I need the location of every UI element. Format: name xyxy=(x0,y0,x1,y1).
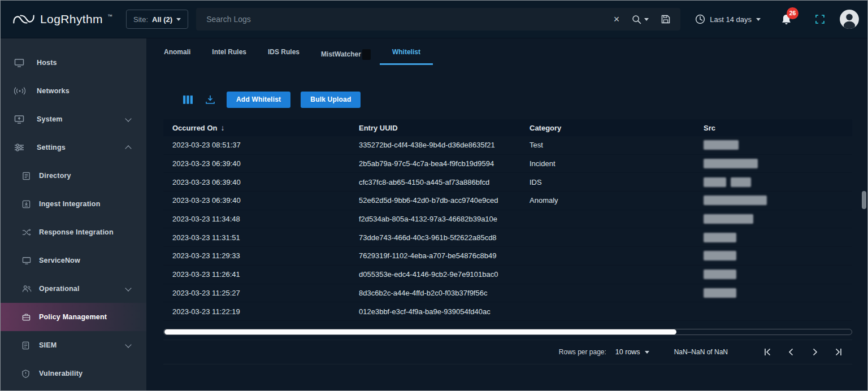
fullscreen-button[interactable] xyxy=(815,15,824,24)
cell-entry-uuid: f2d534ab-805a-4132-97a3-46682b39a10e xyxy=(359,215,530,223)
chevron-down-icon xyxy=(125,285,131,291)
add-whitelist-button[interactable]: Add Whitelist xyxy=(227,92,290,108)
download-icon[interactable] xyxy=(205,95,215,104)
cell-src xyxy=(704,140,852,150)
topbar: LogRhythm ™ Site: All (2) × xyxy=(1,1,867,38)
columns-icon[interactable] xyxy=(183,95,193,105)
pagination-range: NaN–NaN of NaN xyxy=(674,348,728,356)
tab-label: Whitelist xyxy=(392,48,420,56)
cell-src xyxy=(704,233,852,242)
cell-src xyxy=(704,251,852,260)
tab-mistwatcher[interactable]: MistWatcher xyxy=(321,48,371,69)
table-row[interactable]: 2023-03-23 08:51:37 335272bd-c4f4-438e-9… xyxy=(163,136,852,155)
shield-icon xyxy=(22,370,32,378)
chevron-down-icon xyxy=(644,18,649,21)
redacted-src-value xyxy=(704,196,767,205)
redacted-src-value xyxy=(704,177,726,187)
cell-entry-uuid: 335272bd-c4f4-438e-9b4d-d36de8635f21 xyxy=(359,141,530,149)
sidebar-item-networks[interactable]: Networks xyxy=(1,77,146,105)
tab-whitelist[interactable]: Whitelist xyxy=(392,48,420,65)
table-row[interactable]: 2023-03-23 11:31:51 73dde743-466d-40c3-9… xyxy=(163,228,852,247)
sidebar-item-directory[interactable]: Directory xyxy=(1,162,146,190)
table-row[interactable]: 2023-03-23 06:39:40 cfc37fc8-ab65-4150-a… xyxy=(163,173,852,192)
cell-occurred-on: 2023-03-23 11:31:51 xyxy=(163,233,359,242)
cell-src xyxy=(704,288,852,298)
sidebar-item-siem[interactable]: SIEM xyxy=(1,331,146,359)
tab-label: Intel Rules xyxy=(212,48,246,56)
table-row[interactable]: 2023-03-23 11:34:48 f2d534ab-805a-4132-9… xyxy=(163,210,852,229)
horizontal-scrollbar-thumb[interactable] xyxy=(164,329,676,334)
whitelist-table: Occurred On ↓ Entry UUID Category Src 20… xyxy=(163,119,852,321)
tab-ids-rules[interactable]: IDS Rules xyxy=(268,48,300,65)
cell-entry-uuid: 8d3c6b2c-a44e-4ffd-b2c0-f03b37f9f56c xyxy=(359,289,530,297)
site-dropdown[interactable]: Site: All (2) xyxy=(126,10,188,29)
sidebar-item-label: Vulnerability xyxy=(39,370,83,377)
column-header-label: Entry UUID xyxy=(359,124,398,132)
brand-trademark: ™ xyxy=(107,14,112,19)
sidebar-item-servicenow[interactable]: ServiceNow xyxy=(1,246,146,275)
column-header-category[interactable]: Category xyxy=(530,124,704,132)
main-content: Anomali Intel Rules IDS Rules MistWatche… xyxy=(146,38,867,390)
search-input[interactable] xyxy=(206,15,614,24)
sidebar-item-settings[interactable]: Settings xyxy=(1,133,146,162)
next-page-button[interactable] xyxy=(808,347,822,357)
sidebar-item-label: Hosts xyxy=(37,59,57,67)
horizontal-scrollbar-track[interactable] xyxy=(163,329,852,335)
column-header-entry-uuid[interactable]: Entry UUID xyxy=(359,124,530,132)
sidebar-item-label: Operational xyxy=(39,285,80,293)
sidebar-item-label: System xyxy=(37,115,63,123)
last-page-button[interactable] xyxy=(832,347,845,357)
notifications-button[interactable]: 26 xyxy=(781,14,792,25)
notification-count-badge: 26 xyxy=(787,7,798,19)
user-menu-button[interactable] xyxy=(839,9,860,29)
tab-intel-rules[interactable]: Intel Rules xyxy=(212,48,246,65)
site-dropdown-value: All (2) xyxy=(152,15,172,24)
rows-per-page-dropdown[interactable]: 10 rows xyxy=(615,348,649,356)
table-row[interactable]: 2023-03-23 11:29:33 7629319f-1102-4eba-a… xyxy=(163,247,852,266)
sidebar-item-policy-management[interactable]: Policy Management xyxy=(1,303,146,331)
table-header-row: Occurred On ↓ Entry UUID Category Src xyxy=(163,119,852,136)
briefcase-icon xyxy=(22,313,32,321)
table-row[interactable]: 2023-03-23 06:39:40 52e62d5d-9bb6-42d0-b… xyxy=(163,192,852,210)
cell-entry-uuid: 2b5ab79a-97c5-4c7a-bea4-f9fcb19d9594 xyxy=(359,159,530,168)
sidebar-item-system[interactable]: System xyxy=(1,105,146,133)
redacted-src-value xyxy=(704,140,739,150)
sidebar-item-label: SIEM xyxy=(39,341,57,349)
cell-occurred-on: 2023-03-23 11:34:48 xyxy=(163,215,359,223)
column-header-src[interactable]: Src xyxy=(704,124,852,132)
save-search-icon[interactable] xyxy=(661,15,670,24)
previous-page-button[interactable] xyxy=(784,347,798,357)
first-page-button[interactable] xyxy=(761,347,774,357)
time-range-dropdown[interactable]: Last 14 days xyxy=(695,14,761,24)
sidebar-item-operational[interactable]: Operational xyxy=(1,275,146,303)
table-row[interactable]: 2023-03-23 11:25:27 8d3c6b2c-a44e-4ffd-b… xyxy=(163,284,852,303)
vertical-scrollbar-thumb[interactable] xyxy=(862,191,866,209)
cell-src xyxy=(704,177,852,187)
table-row[interactable]: 2023-03-23 11:26:41 d055353e-edc4-4146-9… xyxy=(163,266,852,284)
sidebar-item-label: Response Integration xyxy=(39,228,114,236)
clear-search-icon[interactable]: × xyxy=(614,14,620,24)
sidebar-item-hosts[interactable]: Hosts xyxy=(1,49,146,77)
column-header-occurred-on[interactable]: Occurred On ↓ xyxy=(163,123,359,132)
chevron-down-icon xyxy=(125,115,131,121)
search-options-dropdown[interactable] xyxy=(632,15,649,24)
sidebar-item-label: Settings xyxy=(37,144,66,151)
table-row[interactable]: 2023-03-23 06:39:40 2b5ab79a-97c5-4c7a-b… xyxy=(163,155,852,173)
sidebar: Hosts Networks System Settings xyxy=(1,38,146,390)
cell-occurred-on: 2023-03-23 11:26:41 xyxy=(163,270,359,279)
redacted-area xyxy=(362,49,371,60)
fullscreen-icon xyxy=(815,15,824,24)
column-header-label: Src xyxy=(704,124,715,132)
tab-bar: Anomali Intel Rules IDS Rules MistWatche… xyxy=(164,48,420,69)
sidebar-item-vulnerability[interactable]: Vulnerability xyxy=(1,359,146,388)
cell-src xyxy=(704,159,852,168)
tab-label: IDS Rules xyxy=(268,48,300,56)
sidebar-item-label: Ingest Integration xyxy=(39,200,100,208)
sidebar-item-ingest-integration[interactable]: Ingest Integration xyxy=(1,190,146,218)
cell-entry-uuid: cfc37fc8-ab65-4150-a445-af73a886bfcd xyxy=(359,178,530,186)
table-row[interactable]: 2023-03-23 11:22:19 012e3bbf-e3cf-4f9a-b… xyxy=(163,302,852,321)
sidebar-item-response-integration[interactable]: Response Integration xyxy=(1,218,146,246)
cell-occurred-on: 2023-03-23 06:39:40 xyxy=(163,196,359,205)
bulk-upload-button[interactable]: Bulk Upload xyxy=(301,92,361,108)
tab-anomali[interactable]: Anomali xyxy=(164,48,190,65)
